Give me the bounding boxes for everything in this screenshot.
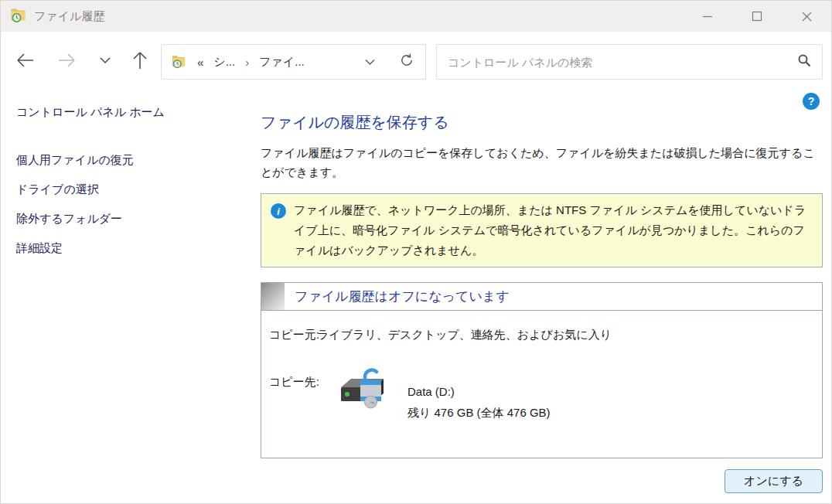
- minimize-button[interactable]: [683, 1, 732, 32]
- page-title: ファイルの履歴を保存する: [261, 112, 823, 133]
- up-button[interactable]: [131, 50, 148, 70]
- drive-info: Data (D:) 残り 476 GB (全体 476 GB): [407, 381, 551, 423]
- breadcrumb: « シ... › ファイ...: [171, 53, 305, 71]
- status-body: コピー元: ライブラリ、デスクトップ、連絡先、およびお気に入り コピー先:: [261, 311, 822, 458]
- refresh-icon[interactable]: [399, 53, 414, 71]
- search-input[interactable]: [437, 56, 797, 69]
- help-icon[interactable]: ?: [803, 93, 820, 110]
- titlebar: ファイル履歴: [1, 1, 831, 32]
- maximize-button[interactable]: [732, 1, 782, 32]
- sidebar-item-control-panel-home[interactable]: コントロール パネル ホーム: [16, 105, 261, 120]
- encryption-warning-notice: i ファイル履歴で、ネットワーク上の場所、または NTFS ファイル システムを…: [261, 193, 823, 267]
- address-bar-tail: [364, 53, 414, 71]
- file-history-window: ファイル履歴: [0, 0, 832, 504]
- copy-from-label: コピー元:: [269, 328, 319, 342]
- search-box: [436, 44, 823, 80]
- address-bar[interactable]: « シ... › ファイ...: [161, 44, 426, 80]
- breadcrumb-separator-icon: ›: [245, 56, 249, 69]
- search-icon[interactable]: [797, 53, 811, 70]
- forward-button[interactable]: [57, 52, 77, 69]
- drive-name: Data (D:): [407, 381, 551, 402]
- navigation-buttons: [15, 50, 148, 70]
- sidebar-item-restore-personal-files[interactable]: 個人用ファイルの復元: [16, 153, 261, 168]
- button-row: オンにする: [261, 469, 823, 493]
- copy-to-label: コピー先:: [269, 375, 319, 390]
- turn-on-button[interactable]: オンにする: [725, 469, 823, 493]
- sidebar-item-advanced-settings[interactable]: 詳細設定: [16, 241, 261, 256]
- sidebar-item-select-drive[interactable]: ドライブの選択: [16, 182, 261, 197]
- main-content: ? ファイルの履歴を保存する ファイル履歴はファイルのコピーを保存しておくため、…: [261, 90, 823, 493]
- breadcrumb-overflow[interactable]: «: [197, 56, 203, 69]
- back-button[interactable]: [15, 52, 35, 69]
- address-folder-icon: [171, 53, 187, 71]
- breadcrumb-item-parent[interactable]: シ...: [213, 55, 235, 70]
- info-icon: i: [271, 203, 286, 219]
- sidebar-item-exclude-folders[interactable]: 除外するフォルダー: [16, 212, 261, 226]
- window-title: ファイル履歴: [34, 9, 104, 24]
- file-history-status-box: ファイル履歴はオフになっています コピー元: ライブラリ、デスクトップ、連絡先、…: [261, 282, 823, 458]
- file-history-app-icon: [10, 6, 27, 26]
- recent-locations-chevron-icon[interactable]: [99, 56, 111, 64]
- close-button[interactable]: [782, 1, 831, 32]
- breadcrumb-item-current[interactable]: ファイ...: [259, 55, 305, 70]
- drive-space: 残り 476 GB (全体 476 GB): [407, 402, 551, 423]
- status-header: ファイル履歴はオフになっています: [261, 283, 822, 311]
- window-controls: [683, 1, 831, 32]
- notice-text: ファイル履歴で、ネットワーク上の場所、または NTFS ファイル システムを使用…: [294, 200, 813, 261]
- status-header-icon: [261, 283, 285, 310]
- page-description: ファイル履歴はファイルのコピーを保存しておくため、ファイルを紛失または破損した場…: [261, 143, 823, 182]
- drive-unlocked-icon: [339, 363, 388, 414]
- sidebar: コントロール パネル ホーム 個人用ファイルの復元 ドライブの選択 除外するフォ…: [1, 90, 261, 256]
- address-dropdown-chevron-icon[interactable]: [364, 55, 376, 69]
- status-header-text: ファイル履歴はオフになっています: [295, 288, 510, 305]
- toolbar: « シ... › ファイ...: [1, 32, 831, 90]
- copy-from-value: ライブラリ、デスクトップ、連絡先、およびお気に入り: [317, 328, 612, 342]
